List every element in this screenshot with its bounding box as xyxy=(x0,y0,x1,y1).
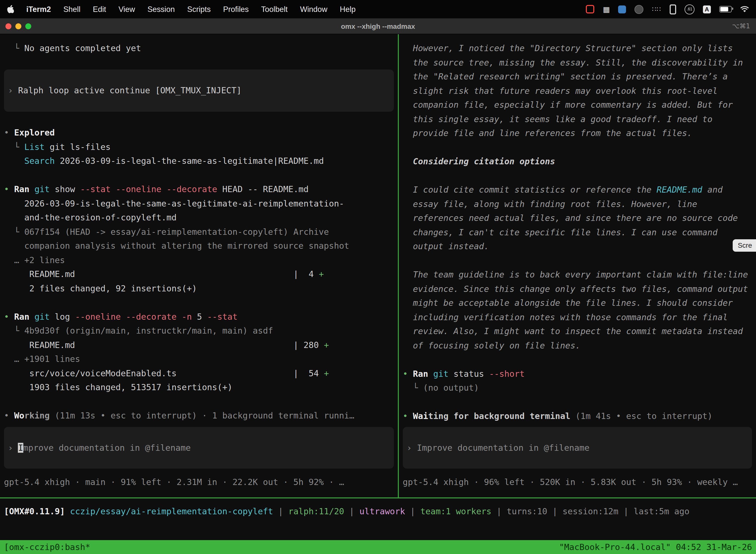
terminal-line: README.md | 4 + xyxy=(4,267,395,281)
text-segment: show xyxy=(55,184,80,194)
menu-item-help[interactable]: Help xyxy=(340,5,356,14)
text-segment: No agents completed yet xyxy=(24,43,141,53)
minimize-button[interactable] xyxy=(15,23,21,29)
terminal-line: provide file and line references from th… xyxy=(403,126,753,140)
terminal-line xyxy=(4,168,395,182)
screen-share-overlay-tab[interactable]: Scre xyxy=(733,239,756,252)
text-segment: README.md xyxy=(4,340,294,350)
terminal-line: • Working (11m 13s • esc to interrupt) ·… xyxy=(4,408,395,423)
menu-item-profiles[interactable]: Profiles xyxy=(223,5,249,14)
text-segment: turns:10 xyxy=(507,506,548,516)
text-segment: and xyxy=(702,185,723,195)
text-segment: gpt-5.4 xhigh · main · 91% left · 2.31M … xyxy=(4,477,344,487)
terminal-line: … +1901 lines xyxy=(4,352,395,366)
terminal-line: I could cite commit statistics or refere… xyxy=(403,183,753,197)
dots-grid-icon[interactable]: ∷∷ xyxy=(652,5,661,13)
terminal-line xyxy=(403,352,753,367)
text-segment: session:12m xyxy=(563,506,618,516)
input-source-icon[interactable]: A xyxy=(703,5,711,13)
window-title: omx --xhigh --madmax xyxy=(0,22,756,30)
prompt-input-right-line: › Improve documentation in @filename xyxy=(407,441,748,455)
text-segment: | xyxy=(491,506,506,516)
prompt-text-right: › Improve documentation in @filename xyxy=(407,441,748,455)
terminal-line: However, I noticed the "Directory Struct… xyxy=(403,41,753,55)
text-segment: 5 xyxy=(197,312,207,321)
menu-item-toolbelt[interactable]: Toolbelt xyxy=(261,5,288,14)
text-segment: | 280 xyxy=(294,340,324,350)
terminal-line: • Ran git status --short xyxy=(403,367,753,381)
prompt-input-right[interactable]: › Improve documentation in @filename xyxy=(403,427,752,468)
text-segment: Considering citation options xyxy=(403,156,555,166)
battery-icon[interactable] xyxy=(719,6,732,12)
text-segment: | 54 xyxy=(294,368,324,378)
terminal-line xyxy=(4,55,395,69)
text-segment: might be acceptable alongside the file l… xyxy=(403,298,733,308)
apple-menu-icon[interactable] xyxy=(7,5,14,13)
text-segment: 2026-03-09-is-legal-the-same-as-legitima… xyxy=(55,156,324,166)
terminal-line xyxy=(403,395,753,409)
text-segment: Improve documentation in @filename xyxy=(417,443,589,452)
text-segment: Ralph loop active continue [OMX_TMUX_INJ… xyxy=(18,86,242,95)
menu-item-session[interactable]: Session xyxy=(147,5,175,14)
text-segment: › xyxy=(8,86,18,95)
close-button[interactable] xyxy=(5,23,11,29)
title-bar[interactable]: omx --xhigh --madmax ⌥⌘1 xyxy=(0,18,756,34)
text-segment xyxy=(4,156,24,166)
text-segment: List xyxy=(24,142,45,152)
text-segment: Ran xyxy=(14,184,35,194)
terminal-line: • Ran git log --oneline --decorate -n 5 … xyxy=(4,310,395,324)
text-segment: | 4 xyxy=(294,269,319,279)
prompt-input-left[interactable]: › Improve documentation in @filename xyxy=(4,427,394,468)
text-segment: └ 067f154 (HEAD -> essay/ai-reimplementa… xyxy=(4,227,329,236)
text-segment: • xyxy=(4,127,14,137)
text-segment: (1m 41s • esc to interrupt) xyxy=(570,411,712,421)
terminal-line: └ (no output) xyxy=(403,381,753,395)
terminal-pane-left[interactable]: └ No agents completed yet › Ralph loop a… xyxy=(0,34,398,497)
text-segment: provide file and line references from th… xyxy=(403,128,692,138)
menu-item-edit[interactable]: Edit xyxy=(93,5,106,14)
text-segment: 2 files changed, 92 insertions(+) xyxy=(4,283,197,293)
terminal-line xyxy=(403,140,753,154)
menu-item-iterm2[interactable]: iTerm2 xyxy=(26,5,51,14)
text-segment: 1903 files changed, 513517 insertions(+) xyxy=(4,382,233,392)
text-segment: essay file, along with finding root file… xyxy=(403,199,697,209)
app-icon-blue[interactable] xyxy=(618,5,626,13)
text-segment: • xyxy=(4,184,14,194)
menu-item-shell[interactable]: Shell xyxy=(63,5,80,14)
text-segment: However, I noticed the "Directory Struct… xyxy=(403,43,733,53)
tmux-host-clock: "MacBook-Pro-44.local" 04:52 31-Mar-26 xyxy=(559,542,752,552)
menu-item-scripts[interactable]: Scripts xyxy=(187,5,211,14)
text-segment: The team guideline is to back every impo… xyxy=(403,270,748,279)
zoom-button[interactable] xyxy=(25,23,31,29)
terminal-line xyxy=(403,254,753,268)
wifi-icon[interactable] xyxy=(740,6,749,13)
text-segment: team:1 workers xyxy=(421,506,492,516)
terminal-line: companion analysis without altering the … xyxy=(4,239,395,253)
menu-items: iTerm2ShellEditViewSessionScriptsProfile… xyxy=(26,5,356,14)
phone-icon[interactable] xyxy=(670,4,676,14)
text-segment: git xyxy=(35,312,55,321)
text-segment: --stat xyxy=(207,312,238,321)
menu-status-icons: ▦ ∷∷ .61 A xyxy=(586,4,749,14)
window-manager-icon[interactable]: ▦ xyxy=(603,5,610,14)
menu-item-view[interactable]: View xyxy=(119,5,135,14)
text-segment: | xyxy=(618,506,633,516)
cpu-gauge-icon[interactable]: .61 xyxy=(685,4,694,14)
ralph-loop-banner[interactable]: › Ralph loop active continue [OMX_TMUX_I… xyxy=(4,69,394,111)
menu-item-window[interactable]: Window xyxy=(300,5,327,14)
terminal-line xyxy=(403,169,753,183)
text-segment: Ran xyxy=(14,312,35,321)
text-segment: Wo xyxy=(14,410,24,421)
prompt-text-left: › Improve documentation in @filename xyxy=(8,441,390,455)
text-segment: src/voice/voiceModeEnabled.ts xyxy=(4,368,294,378)
text-segment: mprove documentation in @filename xyxy=(23,443,191,452)
text-segment: --oneline --decorate -n xyxy=(75,312,197,321)
text-segment: HEAD -- README.md xyxy=(222,184,309,194)
text-segment: this single essay, it seems like a good … xyxy=(403,114,712,124)
app-icon-dark[interactable] xyxy=(635,5,644,14)
terminal-pane-right[interactable]: However, I noticed the "Directory Struct… xyxy=(399,34,756,497)
terminal: └ No agents completed yet › Ralph loop a… xyxy=(0,34,756,540)
text-segment: README.md xyxy=(4,269,294,279)
terminal-line: … +2 lines xyxy=(4,253,395,267)
screen-recording-indicator-icon[interactable] xyxy=(586,5,594,13)
